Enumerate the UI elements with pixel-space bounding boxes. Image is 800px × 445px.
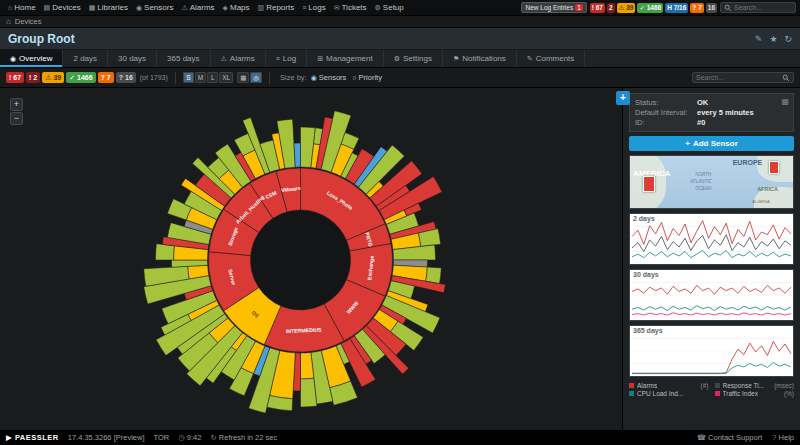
tab-365-days[interactable]: 365 days	[157, 50, 210, 67]
sunburst-segment[interactable]	[301, 378, 317, 407]
status-badge-up[interactable]: ✓ 1466	[637, 3, 663, 13]
legend-cpu-load-ind: CPU Load Ind...	[629, 390, 709, 397]
home-icon[interactable]: ⌂	[6, 17, 11, 26]
map-label-ocean: OCEAN	[695, 187, 711, 192]
nav-item-devices[interactable]: ▤Devices	[40, 0, 85, 16]
size-by-sensors[interactable]: ◉Sensors	[311, 73, 347, 82]
graph-title: 30 days	[633, 271, 659, 278]
tab-management[interactable]: ⊞Management	[307, 50, 384, 67]
sensor-count-down-acknowledged[interactable]: ! 2	[26, 72, 40, 83]
status-badge-paused[interactable]: H 7/16	[665, 3, 688, 13]
sensor-count-unknown[interactable]: ? 16	[116, 72, 136, 83]
tab-30-days[interactable]: 30 days	[108, 50, 157, 67]
nav-item-setup[interactable]: ⚙Setup	[371, 0, 408, 16]
graph-2-days[interactable]: 2 days	[629, 213, 794, 265]
help-link[interactable]: ? Help	[772, 433, 794, 442]
size-by-priority[interactable]: ○Priority	[352, 73, 382, 82]
nav-item-maps[interactable]: ◈Maps	[219, 0, 254, 16]
new-log-count-badge: 1	[575, 4, 583, 11]
nav-item-home[interactable]: ⌂Home	[4, 0, 40, 16]
size-button-s[interactable]: S	[183, 72, 194, 83]
tab-comments[interactable]: ✎Comments	[517, 50, 586, 67]
alarms-icon: ⚠	[181, 4, 187, 12]
status-badge-warning[interactable]: ⚠ 39	[617, 3, 636, 13]
help-icon: ?	[772, 433, 776, 442]
status-badge-down-acknowledged[interactable]: 2	[607, 3, 615, 13]
status-badge-unusual[interactable]: ? 7	[690, 3, 703, 13]
reports-icon: ▥	[258, 4, 265, 12]
sunburst-segment[interactable]	[294, 143, 301, 167]
zoom-in-button[interactable]: +	[10, 98, 23, 111]
page-header: Group Root ✎★↻	[0, 28, 800, 50]
graph-365-days[interactable]: 365 days	[629, 325, 794, 377]
sensor-count-warning[interactable]: ⚠ 39	[42, 72, 64, 83]
refresh-status[interactable]: ↻ Refresh in 22 sec	[210, 433, 277, 442]
add-sensor-button[interactable]: + Add Sensor	[629, 136, 794, 151]
logs-icon: ≡	[302, 4, 306, 11]
zoom-out-button[interactable]: −	[10, 112, 23, 125]
contact-support-link[interactable]: ☎ Contact Support	[697, 433, 763, 442]
view-toggle-buttons: ▦◎	[237, 72, 262, 83]
sunburst-view-button[interactable]: ◎	[250, 72, 262, 83]
new-log-entries-button[interactable]: New Log Entries 1	[521, 2, 586, 13]
size-button-m[interactable]: M	[195, 72, 206, 83]
size-button-l[interactable]: L	[207, 72, 218, 83]
breadcrumb-devices[interactable]: Devices	[15, 17, 42, 26]
size-buttons: SMLXL	[183, 72, 233, 83]
nav-item-tickets[interactable]: ✉Tickets	[330, 0, 371, 16]
status-badge-unknown[interactable]: 16	[706, 3, 717, 13]
status-badge-down[interactable]: ! 67	[590, 3, 605, 13]
tab-overview[interactable]: ◉Overview	[0, 50, 63, 67]
sunburst-center[interactable]	[252, 211, 350, 309]
tab-2-days[interactable]: 2 days	[63, 50, 108, 67]
settings-tab-icon: ⚙	[394, 55, 400, 63]
nav-item-alarms[interactable]: ⚠Alarms	[177, 0, 218, 16]
global-search[interactable]	[720, 2, 796, 13]
sidebar-toggle-button[interactable]: +	[616, 91, 630, 105]
sunburst-segment[interactable]	[156, 244, 175, 260]
size-button-xl[interactable]: XL	[219, 72, 233, 83]
sensor-state-filters: ! 67! 2⚠ 39✓ 1466? 7? 16	[6, 72, 136, 83]
tab-settings[interactable]: ⚙Settings	[384, 50, 443, 67]
sensor-count-up[interactable]: ✓ 1466	[66, 72, 95, 83]
sunburst-chart[interactable]: Loss_PhotoPRTGExchangeWWWINTERMEDIUSOSSe…	[0, 88, 622, 430]
treemap-view-button[interactable]: ▦	[237, 72, 249, 83]
legend-swatch	[715, 391, 720, 396]
home-icon: ⌂	[8, 4, 12, 11]
status-bar: ▶ PAESSLER 17.4.35.3266 [Preview] TOR ◷ …	[0, 430, 800, 445]
map-cluster-marker[interactable]	[643, 176, 655, 192]
map-label-africa: AFRICA	[757, 187, 778, 193]
size-by-label: Size by:	[280, 73, 307, 82]
sensor-count-unusual[interactable]: ? 7	[98, 72, 114, 83]
chart-search-input[interactable]	[696, 74, 780, 81]
nav-item-reports[interactable]: ▥Reports	[254, 0, 299, 16]
size-by-options: ◉Sensors○Priority	[311, 73, 382, 82]
sensors-icon: ◉	[136, 4, 142, 12]
nav-item-logs[interactable]: ≡Logs	[298, 0, 329, 16]
sunburst-panel: Loss_PhotoPRTGExchangeWWWINTERMEDIUSOSSe…	[0, 88, 622, 430]
sunburst-segment[interactable]	[426, 267, 442, 284]
edit-icon[interactable]: ✎	[755, 34, 763, 44]
tab-alarms[interactable]: ⚠Alarms	[211, 50, 266, 67]
zoom-controls: + −	[10, 98, 23, 125]
global-search-input[interactable]	[734, 4, 792, 11]
setup-icon: ⚙	[375, 4, 381, 12]
nav-item-sensors[interactable]: ◉Sensors	[132, 0, 177, 16]
tab-log[interactable]: ≡Log	[266, 50, 307, 67]
sensor-count-down[interactable]: ! 67	[6, 72, 24, 83]
new-log-entries-label: New Log Entries	[525, 4, 573, 11]
status-card: Status:OKDefault Interval:every 5 minute…	[629, 93, 794, 132]
graph-30-days[interactable]: 30 days	[629, 269, 794, 321]
map-cluster-marker[interactable]	[769, 161, 779, 174]
geo-map[interactable]: AMERICAEUROPENORTHATLANTICOCEANAFRICAALG…	[629, 155, 794, 209]
radio-icon: ○	[352, 74, 356, 81]
paessler-logo[interactable]: ▶ PAESSLER	[6, 433, 59, 442]
priority-icon[interactable]: ★	[769, 34, 777, 44]
map-label-europe: EUROPE	[733, 159, 763, 166]
nav-item-libraries[interactable]: ▦Libraries	[85, 0, 132, 16]
chart-search[interactable]	[692, 72, 794, 83]
refresh-icon[interactable]: ↻	[784, 34, 792, 44]
divider	[269, 72, 270, 84]
tab-notifications[interactable]: ⚑Notifications	[443, 50, 517, 67]
main-content: Loss_PhotoPRTGExchangeWWWINTERMEDIUSOSSe…	[0, 88, 800, 430]
